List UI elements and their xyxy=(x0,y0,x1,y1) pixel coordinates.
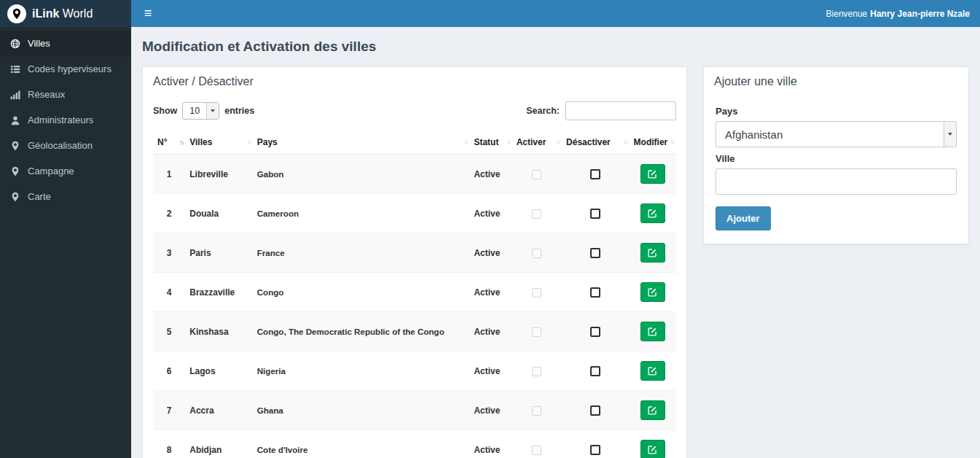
activer-checkbox[interactable] xyxy=(532,170,541,179)
city-row: 6 Lagos Nigeria Active xyxy=(153,352,676,391)
modifier-button[interactable] xyxy=(640,440,665,458)
sidebar-item[interactable]: Carte xyxy=(0,184,131,209)
ville-cell: Paris xyxy=(185,233,253,273)
ville-label: Ville xyxy=(716,153,957,164)
activer-checkbox[interactable] xyxy=(532,446,541,455)
desactiver-checkbox[interactable] xyxy=(590,405,600,416)
globe-icon xyxy=(10,39,20,49)
modifier-button[interactable] xyxy=(640,164,665,184)
sidebar-item-label: Administrateurs xyxy=(28,114,93,125)
activer-checkbox[interactable] xyxy=(532,249,541,258)
desactiver-checkbox[interactable] xyxy=(590,209,600,219)
column-header[interactable]: Activer ↑↓ xyxy=(512,131,562,155)
statut-cell: Active xyxy=(469,233,511,273)
search-input[interactable] xyxy=(565,101,676,120)
edit-icon xyxy=(648,209,657,218)
desactiver-checkbox[interactable] xyxy=(590,366,600,376)
brand-text: iLink World xyxy=(32,7,93,20)
chevron-down-icon xyxy=(206,103,219,119)
column-header[interactable]: Modifier ↑↓ xyxy=(630,131,676,155)
sort-icon: ↑↓ xyxy=(179,139,183,146)
edit-icon xyxy=(648,405,657,415)
ville-cell: Accra xyxy=(185,391,253,430)
map-marker-icon xyxy=(10,141,20,151)
activer-checkbox[interactable] xyxy=(532,406,541,416)
sidebar-toggle-button[interactable]: ≡ xyxy=(131,0,165,27)
statut-cell: Active xyxy=(469,391,511,430)
pays-cell: Cameroon xyxy=(253,194,470,233)
desactiver-checkbox[interactable] xyxy=(590,287,600,298)
entries-label: entries xyxy=(224,106,254,116)
row-number: 5 xyxy=(153,312,185,352)
main-content: Modification et Activation des villes Ac… xyxy=(131,27,980,458)
page-length-select[interactable]: 10 xyxy=(182,102,219,120)
statut-cell: Active xyxy=(469,430,511,458)
sidebar-item-label: Carte xyxy=(28,191,51,202)
modifier-button[interactable] xyxy=(640,243,665,263)
modifier-button[interactable] xyxy=(640,282,665,302)
row-number: 1 xyxy=(153,155,185,194)
pays-cell: Congo xyxy=(253,273,470,312)
sidebar-item[interactable]: Campagne xyxy=(0,158,131,184)
desactiver-checkbox[interactable] xyxy=(590,445,600,455)
user-icon xyxy=(10,115,20,125)
header-row: N° ↑↓ Villes ↑↓ Pays xyxy=(153,131,676,155)
ville-cell: Douala xyxy=(185,194,253,233)
edit-icon xyxy=(648,445,657,454)
sort-icon: ↑↓ xyxy=(556,139,560,146)
column-header[interactable]: Statut ↑↓ xyxy=(469,131,511,155)
ville-cell: Brazzaville xyxy=(185,273,253,312)
desactiver-checkbox[interactable] xyxy=(590,169,600,179)
sidebar-item[interactable]: Réseaux xyxy=(0,82,131,107)
pays-select[interactable]: Afghanistan xyxy=(716,121,957,147)
pays-label: Pays xyxy=(716,106,957,117)
city-row: 7 Accra Ghana Active xyxy=(153,391,676,430)
pays-selected-value: Afghanistan xyxy=(716,122,944,147)
column-header[interactable]: N° ↑↓ xyxy=(153,131,185,155)
map-marker-icon xyxy=(10,192,20,202)
top-navbar: iLink World ≡ Bienvenue Hanry Jean-pierr… xyxy=(0,0,980,27)
ville-cell: Lagos xyxy=(185,352,253,391)
app-logo[interactable]: iLink World xyxy=(0,0,131,27)
ville-cell: Abidjan xyxy=(185,430,253,458)
activer-checkbox[interactable] xyxy=(532,367,541,376)
activer-checkbox[interactable] xyxy=(532,209,541,219)
activer-checkbox[interactable] xyxy=(532,327,541,337)
sort-icon: ↑↓ xyxy=(463,139,467,146)
logo-icon xyxy=(7,4,26,23)
desactiver-checkbox[interactable] xyxy=(590,248,600,258)
modifier-button[interactable] xyxy=(640,361,665,381)
list-icon xyxy=(10,64,20,74)
column-header[interactable]: Désactiver ↑↓ xyxy=(562,131,630,155)
ville-cell: Libreville xyxy=(185,155,253,194)
panel-header: Ajouter une ville xyxy=(704,67,968,96)
sidebar-item[interactable]: Villes xyxy=(0,31,131,56)
ajouter-button[interactable]: Ajouter xyxy=(716,206,771,230)
statut-cell: Active xyxy=(469,273,511,312)
sidebar-item[interactable]: Géolocalisation xyxy=(0,133,131,158)
show-label: Show xyxy=(153,106,177,116)
signal-icon xyxy=(10,90,20,100)
column-header[interactable]: Pays ↑↓ xyxy=(253,131,470,155)
modifier-button[interactable] xyxy=(640,400,665,420)
search-label: Search: xyxy=(526,106,560,116)
table-body: 1 Libreville Gabon Active xyxy=(153,155,676,458)
modifier-button[interactable] xyxy=(640,322,665,341)
desactiver-checkbox[interactable] xyxy=(590,327,600,337)
sidebar-item-label: Géolocalisation xyxy=(28,140,93,151)
ville-input[interactable] xyxy=(716,168,957,195)
ville-cell: Kinshasa xyxy=(185,312,253,352)
column-header[interactable]: Villes ↑↓ xyxy=(185,131,253,155)
city-row: 2 Douala Cameroon Active xyxy=(153,194,676,233)
sidebar-item-label: Campagne xyxy=(28,166,74,176)
modifier-button[interactable] xyxy=(640,203,665,223)
row-number: 2 xyxy=(153,194,185,233)
activer-checkbox[interactable] xyxy=(532,288,541,298)
sidebar-item[interactable]: Administrateurs xyxy=(0,107,131,133)
user-name: Hanry Jean-pierre Nzale xyxy=(870,9,970,19)
sidebar-item[interactable]: Codes hyperviseurs xyxy=(0,56,131,82)
statut-cell: Active xyxy=(469,312,511,352)
map-marker-icon xyxy=(10,166,20,176)
pays-cell: Nigeria xyxy=(253,352,470,391)
sort-icon: ↑↓ xyxy=(624,139,627,146)
